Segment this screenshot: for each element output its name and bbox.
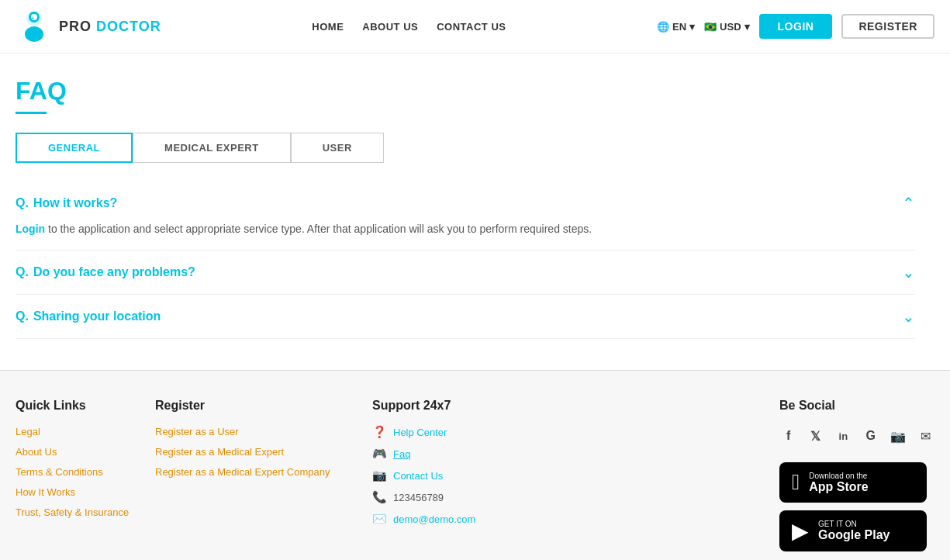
register-title: Register bbox=[155, 399, 357, 413]
footer-link-terms[interactable]: Terms & Conditions bbox=[16, 466, 103, 478]
facebook-icon[interactable]: f bbox=[779, 425, 797, 447]
app-store-label: App Store bbox=[809, 480, 868, 494]
support-item-contact: 📷 Contact Us bbox=[372, 468, 764, 482]
nav-contact[interactable]: CONTACT US bbox=[437, 21, 506, 33]
nav-home[interactable]: HOME bbox=[312, 21, 344, 33]
faq-answer-text-1: to the application and select appropriat… bbox=[48, 223, 592, 235]
currency-selector[interactable]: 🇧🇷 USD ▾ bbox=[704, 21, 749, 33]
faq-item-2: Q. Do you face any problems? ⌄ bbox=[16, 251, 915, 295]
footer-link-legal[interactable]: Legal bbox=[16, 426, 40, 437]
faq-tabs: GENERAL MEDICAL EXPERT USER bbox=[16, 133, 915, 163]
faq-item-3: Q. Sharing your location ⌄ bbox=[16, 295, 915, 339]
support-item-email: ✉️ demo@demo.com bbox=[372, 512, 764, 526]
faq-q-label-3: Q. bbox=[16, 309, 29, 323]
faq-icon: 🎮 bbox=[372, 447, 387, 461]
support-title: Support 24x7 bbox=[372, 399, 764, 413]
footer-register-medical[interactable]: Register as a Medical Expert bbox=[155, 446, 284, 458]
quick-links-title: Quick Links bbox=[16, 399, 140, 413]
faq-answer-login-link[interactable]: Login bbox=[16, 223, 45, 235]
logo[interactable]: + PRO DOCTOR bbox=[16, 8, 161, 45]
login-button[interactable]: LOGIN bbox=[759, 14, 833, 39]
register-button[interactable]: REGISTER bbox=[841, 14, 934, 39]
mail-icon[interactable]: ✉ bbox=[917, 425, 934, 447]
faq-chevron-up-1: ⌃ bbox=[902, 194, 915, 213]
faq-question-text-2: Do you face any problems? bbox=[33, 265, 195, 279]
language-selector[interactable]: 🌐 EN ▾ bbox=[657, 21, 695, 33]
footer-support: Support 24x7 ❓ Help Center 🎮 Faq 📷 Conta… bbox=[372, 399, 764, 551]
tab-medical-expert[interactable]: MEDICAL EXPERT bbox=[133, 133, 291, 163]
footer-quick-links: Quick Links Legal About Us Terms & Condi… bbox=[16, 399, 140, 551]
logo-doctor: DOCTOR bbox=[96, 19, 161, 34]
phone-icon: 📞 bbox=[372, 490, 387, 504]
currency-label: USD bbox=[720, 21, 741, 33]
footer-register-user[interactable]: Register as a User bbox=[155, 426, 239, 437]
svg-text:+: + bbox=[31, 16, 34, 21]
faq-item-1: Q. How it works? ⌃ Login to the applicat… bbox=[16, 181, 915, 251]
faq-answer-1: Login to the application and select appr… bbox=[16, 220, 915, 237]
google-play-icon: ▶ bbox=[792, 518, 809, 544]
support-item-faq: 🎮 Faq bbox=[372, 447, 764, 461]
svg-point-2 bbox=[25, 26, 43, 42]
footer-social: Be Social f 𝕏 in G 📷 ✉  Download on the… bbox=[779, 399, 934, 551]
footer-register-company[interactable]: Register as a Medical Expert Company bbox=[155, 466, 330, 478]
footer: Quick Links Legal About Us Terms & Condi… bbox=[0, 370, 950, 560]
google-play-pre-label: GET IT ON bbox=[818, 520, 890, 528]
social-title: Be Social bbox=[779, 399, 934, 413]
footer-link-about[interactable]: About Us bbox=[16, 446, 57, 458]
google-icon[interactable]: G bbox=[862, 425, 879, 447]
register-links-list: Register as a User Register as a Medical… bbox=[155, 425, 357, 478]
footer-link-how[interactable]: How It Works bbox=[16, 486, 75, 498]
faq-question-text-3: Sharing your location bbox=[33, 309, 161, 323]
lang-currency-bar: 🌐 EN ▾ 🇧🇷 USD ▾ LOGIN REGISTER bbox=[657, 14, 934, 39]
email-support-icon: ✉️ bbox=[372, 512, 387, 526]
lang-chevron-icon: ▾ bbox=[689, 21, 695, 33]
faq-title: FAQ bbox=[16, 77, 915, 105]
faq-q-label-1: Q. bbox=[16, 196, 29, 210]
faq-chevron-down-2: ⌄ bbox=[902, 263, 915, 282]
faq-question-text-1: How it works? bbox=[33, 196, 117, 210]
faq-q-label-2: Q. bbox=[16, 265, 29, 279]
logo-icon: + bbox=[16, 8, 53, 45]
google-play-label: Google Play bbox=[818, 528, 890, 542]
support-link-faq[interactable]: Faq bbox=[393, 448, 410, 460]
support-link-contact[interactable]: Contact Us bbox=[393, 470, 443, 482]
faq-question-2[interactable]: Q. Do you face any problems? ⌄ bbox=[16, 263, 915, 282]
footer-link-trust[interactable]: Trust, Safety & Insurance bbox=[16, 506, 129, 518]
nav-about[interactable]: ABOUT US bbox=[362, 21, 418, 33]
quick-links-list: Legal About Us Terms & Conditions How It… bbox=[16, 425, 140, 518]
instagram-icon[interactable]: 📷 bbox=[889, 425, 907, 447]
app-store-button[interactable]:  Download on the App Store bbox=[779, 462, 927, 503]
support-item-phone: 📞 123456789 bbox=[372, 490, 764, 504]
linkedin-icon[interactable]: in bbox=[834, 425, 852, 447]
footer-register: Register Register as a User Register as … bbox=[155, 399, 357, 551]
logo-pro: PRO bbox=[59, 19, 92, 34]
tab-general[interactable]: GENERAL bbox=[16, 133, 133, 163]
contact-icon: 📷 bbox=[372, 468, 387, 482]
google-play-button[interactable]: ▶ GET IT ON Google Play bbox=[779, 510, 927, 551]
support-phone: 123456789 bbox=[393, 492, 444, 503]
support-item-help: ❓ Help Center bbox=[372, 425, 764, 439]
faq-question-1[interactable]: Q. How it works? ⌃ bbox=[16, 194, 915, 213]
support-link-help[interactable]: Help Center bbox=[393, 427, 447, 438]
app-store-pre-label: Download on the bbox=[809, 472, 868, 480]
faq-title-underline bbox=[16, 112, 47, 114]
faq-list: Q. How it works? ⌃ Login to the applicat… bbox=[16, 181, 915, 339]
support-link-email[interactable]: demo@demo.com bbox=[393, 513, 475, 525]
currency-flag-icon: 🇧🇷 bbox=[704, 21, 717, 33]
apple-icon:  bbox=[792, 470, 800, 495]
globe-icon: 🌐 bbox=[657, 21, 669, 33]
language-label: EN bbox=[672, 21, 686, 33]
twitter-icon[interactable]: 𝕏 bbox=[807, 425, 824, 447]
main-nav: HOME ABOUT US CONTACT US bbox=[312, 21, 506, 33]
help-icon: ❓ bbox=[372, 425, 387, 439]
faq-question-3[interactable]: Q. Sharing your location ⌄ bbox=[16, 307, 915, 326]
currency-chevron-icon: ▾ bbox=[744, 21, 750, 33]
faq-chevron-down-3: ⌄ bbox=[902, 307, 915, 326]
tab-user[interactable]: USER bbox=[291, 133, 384, 163]
social-icons-bar: f 𝕏 in G 📷 ✉ bbox=[779, 425, 934, 447]
